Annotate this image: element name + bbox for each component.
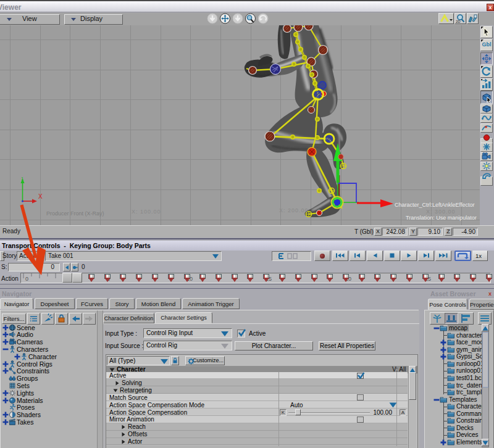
svg-text:2D: 2D bbox=[456, 20, 461, 23]
svg-text:1: 1 bbox=[21, 176, 24, 181]
svg-text:X: X bbox=[38, 193, 43, 200]
